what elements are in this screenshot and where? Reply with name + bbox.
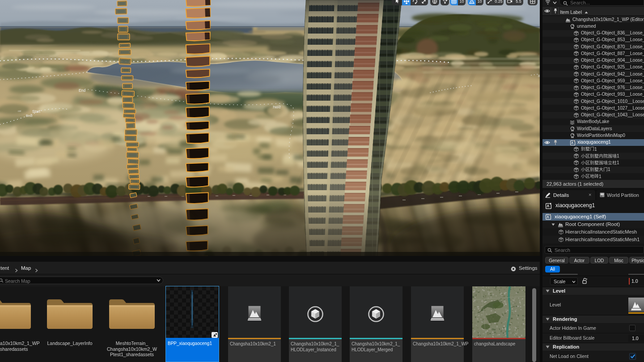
svg-text:End: End (26, 114, 32, 118)
svg-text:End: End (79, 88, 85, 93)
svg-text:Start: Start (32, 109, 41, 114)
svg-text:cid: cid (18, 110, 21, 112)
svg-text:Start: Start (272, 105, 281, 109)
